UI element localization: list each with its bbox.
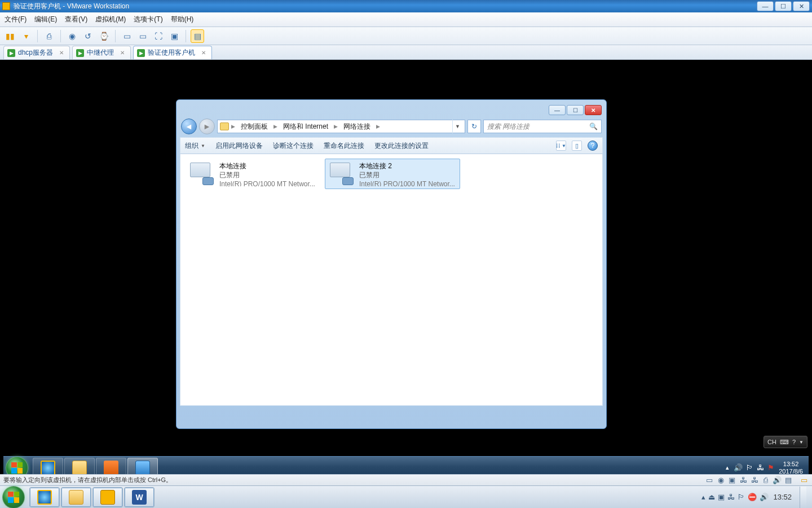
tray-volume-icon[interactable]: 🔊 (760, 493, 769, 501)
breadcrumb-sep-icon: ▶ (273, 124, 277, 129)
connection-item[interactable]: 本地连接 已禁用 Intel(R) PRO/1000 MT Networ... (185, 159, 320, 189)
network-adapter-icon (188, 161, 215, 186)
address-dropdown-icon[interactable]: ▼ (452, 120, 462, 133)
pause-icon[interactable]: ▮▮ (3, 29, 17, 43)
device-message-icon[interactable]: ▭ (800, 476, 809, 484)
tray-blocked-icon[interactable]: ⛔ (748, 493, 757, 501)
search-input[interactable]: 搜索 网络连接 🔍 (483, 120, 602, 133)
tray-chevron-icon[interactable]: ▴ (701, 493, 705, 501)
tray-network-icon[interactable]: 🖧 (727, 493, 735, 501)
ime-options-icon[interactable]: ? (792, 439, 796, 445)
tab-close-icon[interactable]: ✕ (201, 50, 206, 56)
connection-status: 已禁用 (359, 170, 457, 179)
view-thumbnail-icon[interactable]: ▤ (191, 29, 204, 43)
ime-language-bar[interactable]: CH ⌨ ? ▼ (764, 436, 807, 448)
view-unity-icon[interactable]: ▣ (167, 29, 181, 43)
view-multi-icon[interactable]: ▭ (136, 29, 149, 43)
host-taskbar-vmware[interactable] (92, 487, 123, 507)
close-button[interactable]: ✕ (793, 1, 810, 11)
tray-network-icon[interactable]: 🖧 (757, 463, 764, 472)
breadcrumb-mid[interactable]: 网络和 Internet (280, 122, 332, 132)
menu-file[interactable]: 文件(F) (5, 15, 27, 24)
folder-icon (69, 490, 83, 505)
view-fullscreen-icon[interactable]: ⛶ (152, 29, 165, 43)
breadcrumb-leaf[interactable]: 网络连接 (340, 122, 374, 132)
address-bar[interactable]: ▶ 控制面板 ▶ 网络和 Internet ▶ 网络连接 ▶ ▼ (217, 120, 465, 133)
vm-tab-dhcp[interactable]: ▶ dhcp服务器 ✕ (3, 46, 70, 59)
tray-safely-remove-icon[interactable]: ⏏ (708, 493, 715, 501)
device-cd-icon[interactable]: ◉ (716, 476, 725, 484)
menu-tabs[interactable]: 选项卡(T) (134, 15, 162, 24)
maximize-button[interactable]: ☐ (775, 1, 792, 11)
stop-icon[interactable]: ▾ (19, 29, 33, 43)
tab-close-icon[interactable]: ✕ (120, 50, 125, 56)
device-sound-icon[interactable]: 🔊 (773, 476, 782, 484)
host-clock[interactable]: 13:52 (773, 493, 792, 501)
ime-chevron-icon[interactable]: ▼ (799, 440, 804, 445)
nav-back-button[interactable]: ◄ (181, 119, 197, 134)
guest-system-tray: ▴ 🔊 🏳 🖧 ⚑ 13:52 2017/8/6 (726, 461, 806, 475)
guest-clock[interactable]: 13:52 2017/8/6 (779, 461, 803, 475)
tray-chevron-icon[interactable]: ▴ (726, 464, 729, 471)
guest-explorer-window: — ☐ ✕ ◄ ► ▶ 控制面板 ▶ 网络和 Internet ▶ 网络连接 ▶… (176, 99, 607, 429)
device-network-icon[interactable]: 🖧 (739, 476, 748, 484)
tray-action-center-icon[interactable]: 🏳 (746, 463, 753, 472)
chevron-down-icon: ▼ (201, 143, 205, 148)
folder-icon (72, 461, 87, 475)
ime-keyboard-icon[interactable]: ⌨ (780, 439, 789, 446)
guest-maximize-button[interactable]: ☐ (567, 105, 584, 115)
ie-icon (41, 461, 55, 475)
snapshot-take-icon[interactable]: ◉ (65, 29, 79, 43)
cmd-rename[interactable]: 重命名此连接 (324, 141, 364, 151)
view-options-icon[interactable]: ⁞⁞▼ (556, 141, 566, 151)
nav-forward-button[interactable]: ► (199, 119, 215, 134)
host-system-tray: ▴ ⏏ ▣ 🖧 🏳 ⛔ 🔊 13:52 (701, 487, 810, 508)
ime-language-label: CH (767, 439, 776, 445)
guest-minimize-button[interactable]: — (549, 105, 566, 115)
breadcrumb-root[interactable]: 控制面板 (237, 122, 271, 132)
vm-power-on-icon: ▶ (7, 49, 15, 57)
help-icon[interactable]: ? (588, 141, 598, 151)
cmd-change-settings[interactable]: 更改此连接的设置 (374, 141, 429, 151)
vm-tab-label: 验证使用客户机 (148, 48, 195, 58)
cmd-diagnose[interactable]: 诊断这个连接 (273, 141, 314, 151)
host-taskbar-explorer[interactable] (61, 487, 91, 507)
device-usb-icon[interactable]: ⎙ (761, 476, 770, 484)
content-area[interactable]: 本地连接 已禁用 Intel(R) PRO/1000 MT Networ... … (180, 154, 603, 406)
snapshot-revert-icon[interactable]: ↺ (81, 29, 95, 43)
minimize-button[interactable]: — (757, 1, 774, 11)
cmd-organize[interactable]: 组织▼ (185, 141, 205, 151)
tray-security-icon[interactable]: ⚑ (767, 463, 774, 472)
menu-help[interactable]: 帮助(H) (171, 15, 194, 24)
vm-device-icons: ▭ ◉ ▣ 🖧 🖧 ⎙ 🔊 ▤ ▭ (705, 476, 809, 484)
cmd-enable-device[interactable]: 启用此网络设备 (215, 141, 263, 151)
breadcrumb-sep-icon: ▶ (376, 124, 380, 129)
menu-vm[interactable]: 虚拟机(M) (95, 15, 126, 24)
device-printer-icon[interactable]: ▤ (784, 476, 793, 484)
search-placeholder: 搜索 网络连接 (487, 122, 529, 132)
tray-volume-icon[interactable]: 🔊 (734, 463, 743, 472)
guest-close-button[interactable]: ✕ (585, 105, 602, 115)
vmware-status-bar: 要将输入定向到该虚拟机，请在虚拟机内部单击或按 Ctrl+G。 ▭ ◉ ▣ 🖧 … (0, 474, 812, 485)
device-floppy-icon[interactable]: ▣ (727, 476, 736, 484)
snapshot-manage-icon[interactable]: ⌚ (97, 29, 111, 43)
device-network2-icon[interactable]: 🖧 (750, 476, 759, 484)
snapshot-icon[interactable]: ⎙ (42, 29, 56, 43)
host-taskbar-word[interactable]: W (124, 487, 155, 507)
tray-action-icon[interactable]: 🏳 (738, 493, 745, 501)
vm-tab-client[interactable]: ▶ 验证使用客户机 ✕ (133, 46, 212, 59)
vm-tab-relay[interactable]: ▶ 中继代理 ✕ (72, 46, 131, 59)
menu-edit[interactable]: 编辑(E) (34, 15, 57, 24)
host-taskbar-ie[interactable] (29, 487, 60, 507)
host-start-button[interactable] (2, 486, 25, 509)
show-desktop-button[interactable] (800, 487, 806, 508)
device-hdd-icon[interactable]: ▭ (705, 476, 714, 484)
view-console-icon[interactable]: ▭ (120, 29, 134, 43)
refresh-button[interactable]: ↻ (467, 120, 481, 133)
menu-view[interactable]: 查看(V) (65, 15, 87, 24)
vm-console[interactable]: — ☐ ✕ ◄ ► ▶ 控制面板 ▶ 网络和 Internet ▶ 网络连接 ▶… (0, 60, 812, 482)
tray-vmware-icon[interactable]: ▣ (718, 493, 725, 501)
tab-close-icon[interactable]: ✕ (59, 50, 64, 56)
connection-item-selected[interactable]: 本地连接 2 已禁用 Intel(R) PRO/1000 MT Networ..… (325, 159, 460, 189)
preview-pane-icon[interactable]: ▯ (572, 141, 582, 151)
